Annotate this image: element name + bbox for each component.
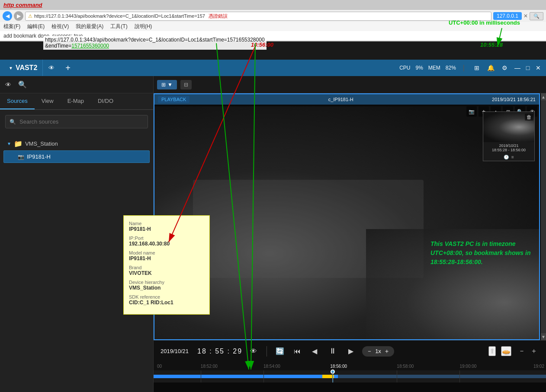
tooltip-hierarchy-row: Device hierarchy VMS_Station [129, 280, 204, 291]
station-name: VMS_Station [25, 140, 58, 147]
tl-marker-5 [459, 370, 460, 382]
sidebar-search-icon[interactable]: 🔍 [18, 80, 27, 89]
vast2-titlebar: VAST2 👁 + CPU 9% MEM 82% | ⊞ 🔔 ⚙ — □ ✕ [0, 60, 546, 76]
layout-arrow: ▼ [167, 82, 173, 88]
eye-display-btn[interactable]: 👁 [247, 345, 260, 357]
date-display: 2019/10/21 [161, 348, 189, 354]
bottom-controls: 2019/10/21 18 : 55 : 29 👁 🔄 ⏮ ◀ ⏸ ▶ － 1x… [154, 340, 546, 362]
pause-btn[interactable]: ⏸ [326, 344, 340, 358]
grid-icon[interactable]: ⊞ [472, 63, 482, 73]
mem-value: 82% [446, 65, 456, 71]
tooltip-ip-value: 192.168.40.30:80 [129, 241, 204, 247]
time-red-annotation: 10:56:00 [251, 41, 273, 48]
sidebar-toolbar: 👁 🔍 [0, 76, 153, 93]
tab-dido[interactable]: DI/DO [91, 93, 120, 109]
menu-tools[interactable]: 工具(T) [110, 23, 127, 30]
speed-minus-btn[interactable]: － [366, 347, 373, 355]
url-full-text: https://127.0.0.1:3443/api/bookmark?devi… [45, 37, 265, 43]
menu-edit[interactable]: 編輯(E) [27, 23, 45, 30]
search-box[interactable]: 🔍 [530, 12, 543, 20]
forward-button[interactable]: ▶ [14, 11, 23, 21]
zoom-in-btn[interactable]: ＋ [529, 346, 539, 357]
divider-1 [267, 346, 267, 357]
menu-view[interactable]: 檢視(V) [51, 23, 69, 30]
zoom-out-btn[interactable]: － [517, 346, 527, 357]
tl-marker-3 [332, 370, 333, 382]
tooltip-hierarchy-value: VMS_Station [129, 285, 204, 291]
tooltip-sdk-value: CID:C_1 RID:Loc1 [129, 300, 204, 306]
search-input[interactable] [5, 115, 148, 128]
camera-tooltip: Name IP9181-H IP:Port 192.168.40.30:80 M… [123, 215, 210, 315]
stats-display: CPU 9% MEM 82% [399, 65, 456, 71]
tl-label-0: 00 [157, 364, 162, 369]
green-annotation: This VAST2 PC is in timezone UTC+08:00, … [430, 239, 546, 267]
thumb-controls: 🕐 ≡ [483, 153, 534, 161]
url-bar[interactable]: ⚠ https://127.0.1:3443/api/bookmark?devi… [25, 12, 491, 21]
sidebar-tabs: Sources View E-Map DI/DO [0, 93, 153, 110]
layout-icon: ⊞ [161, 82, 166, 88]
thumb-delete[interactable]: 🗑 [525, 113, 533, 121]
loop-btn[interactable]: 🔄 [274, 345, 286, 357]
skip-back-btn[interactable]: ⏮ [291, 345, 303, 357]
timeline-progress-bar [154, 375, 338, 378]
video-cell-header: PLAYBACK c_IP9181-H 2019/10/21 18:56:21 [154, 94, 539, 105]
menu-help[interactable]: 說明(H) [135, 23, 152, 30]
vast2-app: VAST2 👁 + CPU 9% MEM 82% | ⊞ 🔔 ⚙ — □ ✕ 👁 [0, 60, 546, 392]
minimize-button[interactable]: — [513, 64, 522, 72]
pie-btn[interactable]: 🥧 [501, 346, 511, 356]
tooltip-hierarchy-label: Device hierarchy [129, 280, 204, 285]
close-tab-btn[interactable]: ✕ [524, 13, 528, 19]
tab-view[interactable]: View [35, 93, 61, 109]
sidebar-eye-icon[interactable]: 👁 [5, 81, 11, 88]
speed-plus-btn[interactable]: ＋ [384, 347, 390, 355]
close-button[interactable]: ✕ [534, 64, 543, 72]
snapshot-btn[interactable]: 📷 [466, 106, 477, 117]
tree-camera[interactable]: 📷 IP9181-H [3, 150, 150, 163]
bell-icon[interactable]: 🔔 [485, 63, 496, 73]
thumb-clock-btn[interactable]: 🕐 [504, 155, 509, 159]
tab-sources[interactable]: Sources [0, 93, 35, 109]
eye-icon[interactable]: 👁 [46, 63, 57, 73]
cpu-label: CPU [399, 65, 410, 71]
video-grid-area: PLAYBACK c_IP9181-H 2019/10/21 18:56:21 … [154, 93, 546, 340]
timeline-track[interactable] [154, 370, 546, 382]
tooltip-model-row: Model name IP9181-H [129, 250, 204, 261]
tree-area: ▼ 📁 VMS_Station 📷 IP9181-H [0, 134, 153, 166]
url-annotation: https://127.0.0.1:3443/api/bookmark?devi… [43, 36, 267, 50]
zoom-controls: － ＋ [517, 346, 539, 357]
add-button[interactable]: + [60, 63, 76, 73]
menu-favorites[interactable]: 我的最愛(A) [76, 23, 103, 30]
speed-value: 1x [375, 348, 381, 354]
tl-label-5: 19:00:00 [459, 364, 476, 369]
layout-alt-button[interactable]: ⊟ [180, 80, 192, 89]
tl-label-1: 18:52:00 [201, 364, 218, 369]
step-back-btn[interactable]: ◀ [308, 345, 321, 357]
main-toolbar: ⊞ ▼ ⊟ [154, 76, 546, 93]
tooltip-ip-label: IP:Port [129, 236, 204, 241]
thumb-date: 2019/10/21 [499, 143, 518, 148]
tooltip-name-label: Name [129, 221, 204, 226]
scroll-up-btn[interactable]: ▲ [541, 93, 546, 100]
step-fwd-btn[interactable]: ▶ [345, 345, 357, 357]
maximize-button[interactable]: □ [524, 64, 532, 72]
timeline[interactable]: 00 18:52:00 18:54:00 18:56:00 18:58:00 1… [154, 362, 546, 392]
playback-label: PLAYBACK [158, 96, 189, 103]
thumb-time: 18:55:28 - 18:56:00 [492, 148, 526, 152]
tab-emap[interactable]: E-Map [61, 93, 91, 109]
tl-label-2: 18:54:00 [263, 364, 280, 369]
export-btn[interactable]: ⬆ [488, 346, 496, 356]
tl-label-4: 18:58:00 [397, 364, 414, 369]
tooltip-model-value: IP9181-H [129, 255, 204, 261]
url-text: https://127.0.1:3443/api/bookmark?device… [34, 13, 205, 19]
settings-icon[interactable]: ⚙ [499, 63, 510, 73]
menu-file[interactable]: 檔案(F) [3, 23, 20, 30]
scroll-down-btn[interactable]: ▼ [541, 333, 546, 340]
tl-marker-1 [201, 370, 201, 382]
camera-label: c_IP9181-H [328, 97, 353, 102]
layout-button[interactable]: ⊞ ▼ [157, 80, 177, 89]
back-button[interactable]: ◀ [3, 11, 12, 21]
camera-feed [154, 106, 539, 340]
tooltip-model-label: Model name [129, 250, 204, 255]
tree-station[interactable]: ▼ 📁 VMS_Station [3, 137, 150, 150]
thumb-list-btn[interactable]: ≡ [511, 155, 514, 159]
